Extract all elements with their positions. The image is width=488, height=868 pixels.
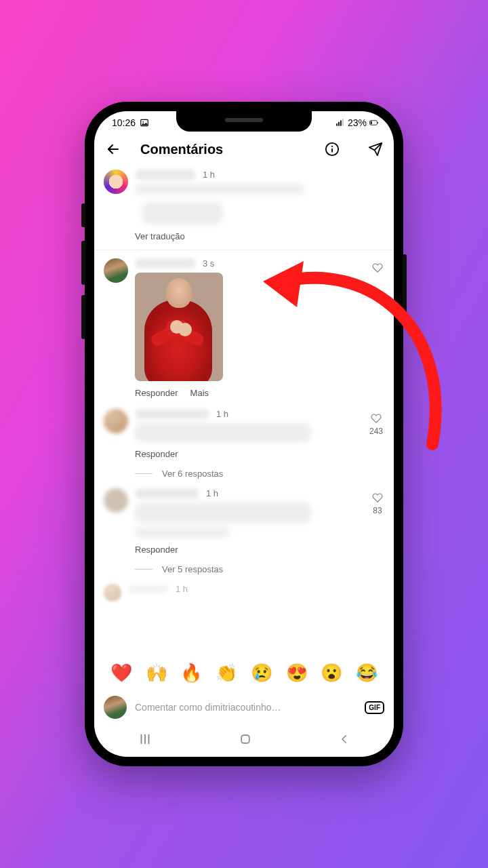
info-icon[interactable] xyxy=(325,142,340,157)
android-nav-bar xyxy=(94,726,394,757)
battery-icon xyxy=(369,118,379,127)
svg-rect-8 xyxy=(371,121,372,124)
composer-input[interactable]: Comentar como dimitriacoutinho… xyxy=(135,702,357,713)
svg-rect-4 xyxy=(340,121,342,126)
composer-avatar[interactable] xyxy=(104,696,127,719)
emoji-laugh[interactable]: 😂 xyxy=(356,663,378,684)
page-title: Comentários xyxy=(140,142,223,157)
back-nav-icon[interactable] xyxy=(338,733,350,745)
phone-power-button xyxy=(403,254,407,319)
phone-notch xyxy=(176,111,312,132)
svg-rect-15 xyxy=(241,735,249,743)
see-replies-label: Ver 5 respostas xyxy=(162,564,223,574)
avatar[interactable] xyxy=(104,170,128,194)
like-icon[interactable] xyxy=(372,262,383,273)
see-replies-link[interactable]: Ver 6 respostas xyxy=(135,469,394,479)
comment-text-redacted xyxy=(135,184,304,195)
comment-item[interactable]: 1 h Responder 83 xyxy=(94,483,394,560)
back-icon[interactable] xyxy=(105,141,121,157)
comment-timestamp: 3 s xyxy=(203,258,214,269)
comment-item[interactable]: 3 s Responder Mais xyxy=(94,253,394,403)
signal-icon xyxy=(336,118,345,127)
avatar[interactable] xyxy=(104,488,128,513)
emoji-fire[interactable]: 🔥 xyxy=(180,663,202,684)
emoji-raised-hands[interactable]: 🙌 xyxy=(146,663,167,684)
like-icon[interactable] xyxy=(372,492,383,503)
username-redacted xyxy=(128,585,169,593)
screen: 10:26 23% Comentários xyxy=(94,111,394,757)
avatar[interactable] xyxy=(104,258,128,283)
status-time: 10:26 xyxy=(112,117,136,128)
send-icon[interactable] xyxy=(368,142,383,157)
header: Comentários xyxy=(94,134,394,164)
reply-link[interactable]: Responder xyxy=(135,545,178,555)
comment-timestamp: 1 h xyxy=(206,488,218,498)
comment-timestamp: 1 h xyxy=(203,170,215,180)
comment-item[interactable]: 1 h xyxy=(94,578,394,601)
phone-volume-down xyxy=(81,295,85,339)
comment-text-redacted xyxy=(135,527,230,538)
username-redacted xyxy=(135,409,209,419)
emoji-heart-eyes[interactable]: 😍 xyxy=(286,663,308,684)
more-link[interactable]: Mais xyxy=(190,388,209,398)
emoji-clap[interactable]: 👏 xyxy=(216,663,237,684)
emoji-surprised[interactable]: 😮 xyxy=(321,663,342,684)
like-count: 83 xyxy=(373,506,382,515)
username-redacted xyxy=(135,488,199,498)
status-battery-text: 23% xyxy=(348,117,367,128)
comment-text-redacted xyxy=(135,423,311,442)
see-translation-link[interactable]: Ver tradução xyxy=(135,231,384,241)
svg-rect-3 xyxy=(338,122,340,126)
comment-item[interactable]: 1 h Responder 243 xyxy=(94,403,394,465)
svg-rect-5 xyxy=(342,119,344,126)
phone-mute-switch xyxy=(81,203,85,227)
comments-feed[interactable]: 1 h Ver tradução 3 s xyxy=(94,164,394,656)
divider xyxy=(94,250,394,250)
emoji-quick-bar: ❤️ 🙌 🔥 👏 😢 😍 😮 😂 xyxy=(94,656,394,690)
comment-timestamp: 1 h xyxy=(216,409,228,419)
avatar[interactable] xyxy=(104,584,121,601)
svg-rect-7 xyxy=(378,122,378,123)
picture-icon xyxy=(140,118,149,127)
phone-frame: 10:26 23% Comentários xyxy=(85,102,403,766)
comment-item[interactable]: 1 h Ver tradução xyxy=(94,164,394,247)
see-replies-label: Ver 6 respostas xyxy=(162,469,223,479)
comment-attachment-redacted xyxy=(142,201,223,224)
comment-text-redacted xyxy=(135,502,311,523)
emoji-heart[interactable]: ❤️ xyxy=(110,663,132,684)
svg-point-1 xyxy=(142,121,144,123)
see-replies-link[interactable]: Ver 5 respostas xyxy=(135,564,394,574)
phone-volume-up xyxy=(81,241,85,285)
reply-link[interactable]: Responder xyxy=(135,388,178,398)
svg-rect-2 xyxy=(336,123,338,126)
reply-link[interactable]: Responder xyxy=(135,449,178,459)
username-redacted xyxy=(135,170,196,180)
svg-point-11 xyxy=(331,146,333,147)
username-redacted xyxy=(135,258,196,269)
comment-timestamp: 1 h xyxy=(176,584,188,594)
home-icon[interactable] xyxy=(239,732,252,746)
gif-button[interactable]: GIF xyxy=(365,701,384,714)
comment-composer: Comentar como dimitriacoutinho… GIF xyxy=(94,690,394,726)
emoji-cry[interactable]: 😢 xyxy=(251,663,272,684)
like-count: 243 xyxy=(369,427,383,436)
comment-gif[interactable] xyxy=(135,273,223,381)
avatar[interactable] xyxy=(104,409,128,433)
recents-icon[interactable] xyxy=(138,733,152,745)
like-icon[interactable] xyxy=(371,413,382,424)
